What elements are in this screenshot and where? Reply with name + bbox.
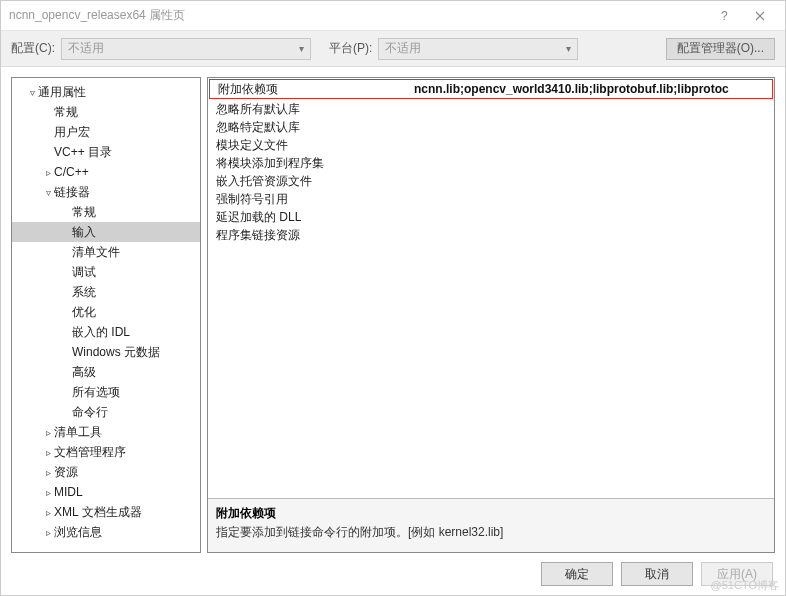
- chevron-down-icon: ▾: [299, 43, 304, 54]
- property-label: 强制符号引用: [208, 191, 408, 208]
- toolbar: 配置(C): 不适用 ▾ 平台(P): 不适用 ▾ 配置管理器(O)...: [1, 31, 785, 67]
- property-value[interactable]: ncnn.lib;opencv_world3410.lib;libprotobu…: [410, 82, 772, 96]
- tree-twisty-icon: ▹: [42, 487, 54, 498]
- row-add-module-to-assembly[interactable]: 将模块添加到程序集: [208, 154, 774, 172]
- tree-item-label: Windows 元数据: [72, 344, 160, 361]
- tree-resources[interactable]: ▹资源: [12, 462, 200, 482]
- titlebar: ncnn_opencv_releasex64 属性页 ?: [1, 1, 785, 31]
- tree-item-label: 常规: [54, 104, 78, 121]
- property-label: 附加依赖项: [210, 81, 410, 98]
- description-panel: 附加依赖项 指定要添加到链接命令行的附加项。[例如 kernel32.lib]: [208, 498, 774, 552]
- tree-linker-embedded-idl[interactable]: 嵌入的 IDL: [12, 322, 200, 342]
- tree-item-label: 系统: [72, 284, 96, 301]
- tree-linker-system[interactable]: 系统: [12, 282, 200, 302]
- row-ignore-all-default-libs[interactable]: 忽略所有默认库: [208, 100, 774, 118]
- svg-text:?: ?: [721, 9, 728, 23]
- tree-item-label: 所有选项: [72, 384, 120, 401]
- property-label: 忽略特定默认库: [208, 119, 408, 136]
- property-label: 忽略所有默认库: [208, 101, 408, 118]
- tree-general[interactable]: 常规: [12, 102, 200, 122]
- tree-twisty-icon: ▿: [26, 87, 38, 98]
- apply-button[interactable]: 应用(A): [701, 562, 773, 586]
- tree-linker-general[interactable]: 常规: [12, 202, 200, 222]
- description-title: 附加依赖项: [216, 505, 766, 522]
- tree-twisty-icon: ▹: [42, 507, 54, 518]
- window-title: ncnn_opencv_releasex64 属性页: [9, 7, 709, 24]
- tree-twisty-icon: ▹: [42, 447, 54, 458]
- chevron-down-icon: ▾: [566, 43, 571, 54]
- tree-linker-cmdline[interactable]: 命令行: [12, 402, 200, 422]
- row-force-symbol-references[interactable]: 强制符号引用: [208, 190, 774, 208]
- tree-item-label: 清单工具: [54, 424, 102, 441]
- platform-label: 平台(P):: [329, 40, 372, 57]
- tree-item-label: 通用属性: [38, 84, 86, 101]
- close-button[interactable]: [743, 1, 777, 30]
- body: ▿通用属性常规用户宏VC++ 目录▹C/C++▿链接器常规输入清单文件调试系统优…: [1, 67, 785, 553]
- tree-item-label: 清单文件: [72, 244, 120, 261]
- tree-twisty-icon: ▿: [42, 187, 54, 198]
- tree-twisty-icon: ▹: [42, 427, 54, 438]
- platform-value: 不适用: [385, 40, 421, 57]
- config-value: 不适用: [68, 40, 104, 57]
- tree-item-label: 链接器: [54, 184, 90, 201]
- tree-item-label: XML 文档生成器: [54, 504, 142, 521]
- tree-linker[interactable]: ▿链接器: [12, 182, 200, 202]
- tree-linker-winmd[interactable]: Windows 元数据: [12, 342, 200, 362]
- tree-user-macros[interactable]: 用户宏: [12, 122, 200, 142]
- tree-twisty-icon: ▹: [42, 467, 54, 478]
- description-text: 指定要添加到链接命令行的附加项。[例如 kernel32.lib]: [216, 524, 766, 541]
- tree-item-label: 浏览信息: [54, 524, 102, 541]
- tree-xml-doc[interactable]: ▹XML 文档生成器: [12, 502, 200, 522]
- property-grid[interactable]: 附加依赖项ncnn.lib;opencv_world3410.lib;libpr…: [208, 78, 774, 498]
- property-label: 嵌入托管资源文件: [208, 173, 408, 190]
- tree-common-properties[interactable]: ▿通用属性: [12, 82, 200, 102]
- tree-item-label: C/C++: [54, 165, 89, 179]
- config-manager-button[interactable]: 配置管理器(O)...: [666, 38, 775, 60]
- tree-twisty-icon: ▹: [42, 167, 54, 178]
- row-assembly-link-resource[interactable]: 程序集链接资源: [208, 226, 774, 244]
- row-embed-managed-resource[interactable]: 嵌入托管资源文件: [208, 172, 774, 190]
- tree-item-label: VC++ 目录: [54, 144, 112, 161]
- row-additional-dependencies[interactable]: 附加依赖项ncnn.lib;opencv_world3410.lib;libpr…: [209, 79, 773, 99]
- tree-linker-debug[interactable]: 调试: [12, 262, 200, 282]
- property-label: 延迟加载的 DLL: [208, 209, 408, 226]
- tree-item-label: 命令行: [72, 404, 108, 421]
- tree-item-label: 输入: [72, 224, 96, 241]
- tree-linker-input[interactable]: 输入: [12, 222, 200, 242]
- platform-combo[interactable]: 不适用 ▾: [378, 38, 578, 60]
- property-label: 将模块添加到程序集: [208, 155, 408, 172]
- tree-item-label: 高级: [72, 364, 96, 381]
- tree-librarian[interactable]: ▹文档管理程序: [12, 442, 200, 462]
- tree-item-label: 优化: [72, 304, 96, 321]
- tree-item-label: MIDL: [54, 485, 83, 499]
- property-label: 程序集链接资源: [208, 227, 408, 244]
- tree-manifest-tool[interactable]: ▹清单工具: [12, 422, 200, 442]
- config-combo[interactable]: 不适用 ▾: [61, 38, 311, 60]
- tree-linker-advanced[interactable]: 高级: [12, 362, 200, 382]
- tree-item-label: 用户宏: [54, 124, 90, 141]
- help-button[interactable]: ?: [709, 1, 743, 30]
- tree-item-label: 嵌入的 IDL: [72, 324, 130, 341]
- cancel-button[interactable]: 取消: [621, 562, 693, 586]
- ok-button[interactable]: 确定: [541, 562, 613, 586]
- row-delay-loaded-dlls[interactable]: 延迟加载的 DLL: [208, 208, 774, 226]
- tree-linker-all[interactable]: 所有选项: [12, 382, 200, 402]
- tree-vcpp-dirs[interactable]: VC++ 目录: [12, 142, 200, 162]
- tree-item-label: 文档管理程序: [54, 444, 126, 461]
- tree-twisty-icon: ▹: [42, 527, 54, 538]
- footer: 确定 取消 应用(A) @51CTO博客: [1, 553, 785, 595]
- row-ignore-specific-default-libs[interactable]: 忽略特定默认库: [208, 118, 774, 136]
- property-page-window: ncnn_opencv_releasex64 属性页 ? 配置(C): 不适用 …: [0, 0, 786, 596]
- tree-item-label: 常规: [72, 204, 96, 221]
- row-module-definition-file[interactable]: 模块定义文件: [208, 136, 774, 154]
- tree-item-label: 资源: [54, 464, 78, 481]
- tree-linker-optimize[interactable]: 优化: [12, 302, 200, 322]
- tree-midl[interactable]: ▹MIDL: [12, 482, 200, 502]
- tree-c-cpp[interactable]: ▹C/C++: [12, 162, 200, 182]
- property-label: 模块定义文件: [208, 137, 408, 154]
- tree-item-label: 调试: [72, 264, 96, 281]
- nav-tree[interactable]: ▿通用属性常规用户宏VC++ 目录▹C/C++▿链接器常规输入清单文件调试系统优…: [11, 77, 201, 553]
- main-panel: 附加依赖项ncnn.lib;opencv_world3410.lib;libpr…: [207, 77, 775, 553]
- tree-browse-info[interactable]: ▹浏览信息: [12, 522, 200, 542]
- tree-linker-manifest[interactable]: 清单文件: [12, 242, 200, 262]
